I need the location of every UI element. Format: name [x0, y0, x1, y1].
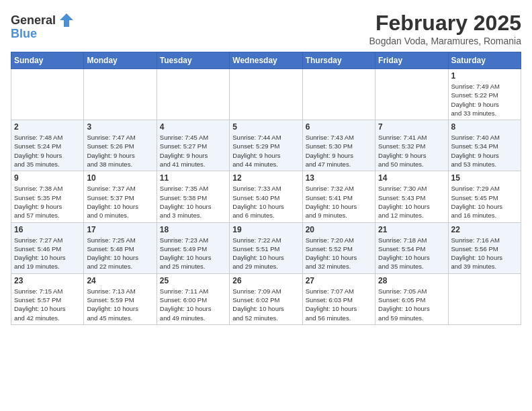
day-info: Sunrise: 7:18 AM Sunset: 5:54 PM Dayligh… — [378, 236, 445, 271]
logo: General Blue — [11, 11, 76, 41]
calendar-cell: 10Sunrise: 7:37 AM Sunset: 5:37 PM Dayli… — [84, 171, 157, 222]
calendar-cell: 21Sunrise: 7:18 AM Sunset: 5:54 PM Dayli… — [375, 222, 448, 273]
week-row-1: 1Sunrise: 7:49 AM Sunset: 5:22 PM Daylig… — [11, 69, 521, 120]
day-info: Sunrise: 7:49 AM Sunset: 5:22 PM Dayligh… — [451, 82, 518, 118]
logo-general-text: General — [11, 13, 56, 28]
day-info: Sunrise: 7:47 AM Sunset: 5:26 PM Dayligh… — [87, 133, 153, 169]
day-info: Sunrise: 7:05 AM Sunset: 6:05 PM Dayligh… — [378, 287, 445, 322]
day-info: Sunrise: 7:16 AM Sunset: 5:56 PM Dayligh… — [451, 236, 518, 271]
day-number: 6 — [306, 122, 372, 132]
week-row-2: 2Sunrise: 7:48 AM Sunset: 5:24 PM Daylig… — [11, 120, 521, 171]
day-info: Sunrise: 7:45 AM Sunset: 5:27 PM Dayligh… — [160, 133, 226, 169]
calendar-cell: 22Sunrise: 7:16 AM Sunset: 5:56 PM Dayli… — [448, 222, 521, 273]
day-number: 3 — [87, 122, 153, 132]
calendar-cell — [157, 69, 229, 120]
weekday-header-row: SundayMondayTuesdayWednesdayThursdayFrid… — [11, 52, 521, 69]
calendar-cell: 2Sunrise: 7:48 AM Sunset: 5:24 PM Daylig… — [11, 120, 84, 171]
calendar-cell: 13Sunrise: 7:32 AM Sunset: 5:41 PM Dayli… — [302, 171, 375, 222]
weekday-header-monday: Monday — [84, 52, 157, 69]
day-info: Sunrise: 7:23 AM Sunset: 5:49 PM Dayligh… — [160, 236, 226, 271]
weekday-header-sunday: Sunday — [11, 52, 84, 69]
calendar-cell: 12Sunrise: 7:33 AM Sunset: 5:40 PM Dayli… — [230, 171, 302, 222]
calendar-cell: 8Sunrise: 7:40 AM Sunset: 5:34 PM Daylig… — [448, 120, 521, 171]
day-number: 15 — [451, 173, 518, 183]
header: General Blue February 2025 Bogdan Voda, … — [11, 11, 521, 46]
day-number: 28 — [378, 276, 445, 285]
day-info: Sunrise: 7:11 AM Sunset: 6:00 PM Dayligh… — [160, 287, 226, 322]
weekday-header-thursday: Thursday — [302, 52, 375, 69]
calendar-cell: 20Sunrise: 7:20 AM Sunset: 5:52 PM Dayli… — [302, 222, 375, 273]
weekday-header-friday: Friday — [375, 52, 448, 69]
week-row-3: 9Sunrise: 7:38 AM Sunset: 5:35 PM Daylig… — [11, 171, 521, 222]
calendar-cell — [230, 69, 302, 120]
calendar-cell: 26Sunrise: 7:09 AM Sunset: 6:02 PM Dayli… — [230, 273, 302, 324]
day-number: 18 — [160, 225, 226, 234]
day-info: Sunrise: 7:48 AM Sunset: 5:24 PM Dayligh… — [14, 133, 81, 169]
day-number: 12 — [232, 173, 299, 183]
day-number: 7 — [378, 122, 445, 132]
day-info: Sunrise: 7:20 AM Sunset: 5:52 PM Dayligh… — [306, 236, 372, 271]
day-number: 9 — [14, 173, 81, 183]
calendar-cell: 15Sunrise: 7:29 AM Sunset: 5:45 PM Dayli… — [448, 171, 521, 222]
calendar-cell: 24Sunrise: 7:13 AM Sunset: 5:59 PM Dayli… — [84, 273, 157, 324]
calendar-cell: 14Sunrise: 7:30 AM Sunset: 5:43 PM Dayli… — [375, 171, 448, 222]
day-number: 26 — [232, 276, 299, 285]
day-info: Sunrise: 7:29 AM Sunset: 5:45 PM Dayligh… — [451, 184, 518, 220]
day-info: Sunrise: 7:43 AM Sunset: 5:30 PM Dayligh… — [306, 133, 372, 169]
weekday-header-wednesday: Wednesday — [230, 52, 302, 69]
day-info: Sunrise: 7:27 AM Sunset: 5:46 PM Dayligh… — [14, 236, 81, 271]
day-number: 13 — [306, 173, 372, 183]
day-info: Sunrise: 7:35 AM Sunset: 5:38 PM Dayligh… — [160, 184, 226, 220]
day-number: 22 — [451, 225, 518, 234]
calendar-cell: 19Sunrise: 7:22 AM Sunset: 5:51 PM Dayli… — [230, 222, 302, 273]
day-info: Sunrise: 7:44 AM Sunset: 5:29 PM Dayligh… — [232, 133, 299, 169]
week-row-4: 16Sunrise: 7:27 AM Sunset: 5:46 PM Dayli… — [11, 222, 521, 273]
calendar-cell: 23Sunrise: 7:15 AM Sunset: 5:57 PM Dayli… — [11, 273, 84, 324]
day-number: 1 — [451, 71, 518, 81]
calendar-cell — [302, 69, 375, 120]
day-info: Sunrise: 7:13 AM Sunset: 5:59 PM Dayligh… — [87, 287, 153, 322]
day-number: 17 — [87, 225, 153, 234]
calendar-cell: 9Sunrise: 7:38 AM Sunset: 5:35 PM Daylig… — [11, 171, 84, 222]
day-number: 11 — [160, 173, 226, 183]
day-info: Sunrise: 7:07 AM Sunset: 6:03 PM Dayligh… — [306, 287, 372, 322]
day-info: Sunrise: 7:25 AM Sunset: 5:48 PM Dayligh… — [87, 236, 153, 271]
day-number: 24 — [87, 276, 153, 285]
calendar-cell: 6Sunrise: 7:43 AM Sunset: 5:30 PM Daylig… — [302, 120, 375, 171]
weekday-header-tuesday: Tuesday — [157, 52, 229, 69]
calendar-cell: 17Sunrise: 7:25 AM Sunset: 5:48 PM Dayli… — [84, 222, 157, 273]
day-number: 2 — [14, 122, 81, 132]
calendar-cell: 3Sunrise: 7:47 AM Sunset: 5:26 PM Daylig… — [84, 120, 157, 171]
calendar-cell: 28Sunrise: 7:05 AM Sunset: 6:05 PM Dayli… — [375, 273, 448, 324]
day-info: Sunrise: 7:32 AM Sunset: 5:41 PM Dayligh… — [306, 184, 372, 220]
day-info: Sunrise: 7:09 AM Sunset: 6:02 PM Dayligh… — [232, 287, 299, 322]
calendar-cell — [84, 69, 157, 120]
month-year-title: February 2025 — [369, 11, 521, 36]
day-number: 10 — [87, 173, 153, 183]
day-info: Sunrise: 7:40 AM Sunset: 5:34 PM Dayligh… — [451, 133, 518, 169]
day-info: Sunrise: 7:38 AM Sunset: 5:35 PM Dayligh… — [14, 184, 81, 220]
calendar-cell — [375, 69, 448, 120]
day-info: Sunrise: 7:37 AM Sunset: 5:37 PM Dayligh… — [87, 184, 153, 220]
day-number: 4 — [160, 122, 226, 132]
day-info: Sunrise: 7:41 AM Sunset: 5:32 PM Dayligh… — [378, 133, 445, 169]
calendar-cell — [448, 273, 521, 324]
calendar-table: SundayMondayTuesdayWednesdayThursdayFrid… — [11, 52, 521, 325]
logo-blue-text: Blue — [11, 27, 37, 40]
day-number: 19 — [232, 225, 299, 234]
location-subtitle: Bogdan Voda, Maramures, Romania — [369, 36, 521, 46]
logo-icon — [57, 11, 76, 30]
day-number: 20 — [306, 225, 372, 234]
day-number: 5 — [232, 122, 299, 132]
calendar-cell: 27Sunrise: 7:07 AM Sunset: 6:03 PM Dayli… — [302, 273, 375, 324]
calendar-cell — [11, 69, 84, 120]
day-info: Sunrise: 7:22 AM Sunset: 5:51 PM Dayligh… — [232, 236, 299, 271]
day-info: Sunrise: 7:15 AM Sunset: 5:57 PM Dayligh… — [14, 287, 81, 322]
calendar-cell: 25Sunrise: 7:11 AM Sunset: 6:00 PM Dayli… — [157, 273, 229, 324]
calendar-cell: 5Sunrise: 7:44 AM Sunset: 5:29 PM Daylig… — [230, 120, 302, 171]
calendar-cell: 18Sunrise: 7:23 AM Sunset: 5:49 PM Dayli… — [157, 222, 229, 273]
day-number: 21 — [378, 225, 445, 234]
day-number: 16 — [14, 225, 81, 234]
week-row-5: 23Sunrise: 7:15 AM Sunset: 5:57 PM Dayli… — [11, 273, 521, 324]
calendar-cell: 16Sunrise: 7:27 AM Sunset: 5:46 PM Dayli… — [11, 222, 84, 273]
